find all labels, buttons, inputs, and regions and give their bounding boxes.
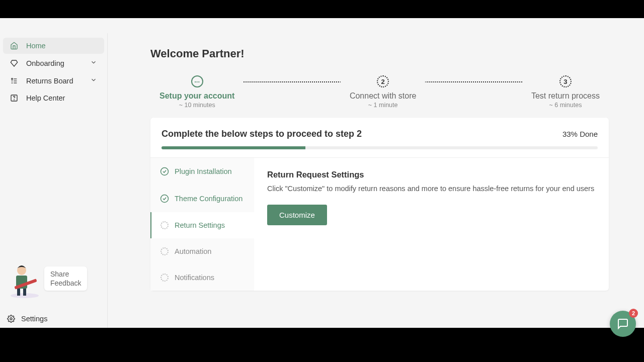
- substep-notifications[interactable]: Notifications: [150, 264, 254, 291]
- sidebar: Home Onboarding Returns Board Help Cente…: [0, 33, 108, 328]
- step-title: Setup your account: [159, 92, 234, 101]
- svg-rect-10: [23, 288, 26, 296]
- step-circle: 2: [377, 75, 389, 87]
- sidebar-item-onboarding[interactable]: Onboarding: [3, 55, 104, 71]
- svg-point-7: [14, 100, 15, 100]
- svg-point-14: [10, 318, 12, 320]
- diamond-icon: [10, 59, 20, 67]
- pending-circle-icon: [158, 247, 171, 255]
- person-illustration: [7, 258, 42, 299]
- substep-plugin-installation[interactable]: Plugin Installation: [150, 158, 254, 185]
- progress-bar: [162, 146, 598, 149]
- check-circle-icon: [158, 167, 171, 176]
- step-time: ~ 6 minutes: [549, 102, 582, 109]
- sidebar-item-label: Home: [26, 42, 46, 50]
- sidebar-item-home[interactable]: Home: [3, 38, 104, 54]
- step-title: Test return process: [531, 92, 600, 101]
- sidebar-item-label: Onboarding: [26, 59, 64, 67]
- substep-automation[interactable]: Automation: [150, 238, 254, 264]
- sidebar-item-settings[interactable]: Settings: [0, 310, 107, 328]
- customize-button[interactable]: Customize: [267, 205, 327, 225]
- sidebar-item-returns-board[interactable]: Returns Board: [3, 72, 104, 89]
- main-content: Welcome Partner! ··· Setup your account …: [108, 33, 644, 328]
- detail-title: Return Request Settings: [267, 170, 596, 179]
- pending-circle-icon: [158, 274, 171, 282]
- substep-label: Theme Configuration: [175, 195, 243, 203]
- chat-fab[interactable]: 2: [610, 311, 636, 337]
- svg-rect-9: [17, 288, 20, 296]
- svg-point-16: [161, 195, 169, 203]
- pending-circle-icon: [158, 221, 171, 229]
- check-circle-icon: [158, 194, 171, 203]
- step-test-return[interactable]: 3 Test return process ~ 6 minutes: [522, 75, 609, 109]
- list-icon: [10, 77, 20, 85]
- substep-label: Notifications: [175, 274, 214, 282]
- step-title: Connect with store: [350, 92, 417, 101]
- substep-detail: Return Request Settings Click "Customize…: [254, 158, 609, 291]
- step-circle: ···: [191, 75, 203, 87]
- chat-badge: 2: [629, 309, 638, 318]
- step-time: ~ 1 minute: [368, 102, 398, 109]
- step-time: ~ 10 minutes: [179, 102, 215, 109]
- chat-icon: [617, 318, 629, 330]
- substep-return-settings[interactable]: Return Settings: [150, 212, 254, 238]
- card-title: Complete the below steps to proceed to s…: [162, 129, 362, 139]
- step-circle: 3: [559, 75, 572, 87]
- sidebar-item-label: Returns Board: [26, 77, 73, 85]
- svg-point-15: [161, 168, 169, 175]
- settings-label: Settings: [21, 315, 47, 323]
- chevron-down-icon: [90, 76, 97, 85]
- substep-label: Return Settings: [175, 221, 225, 229]
- step-setup-account[interactable]: ··· Setup your account ~ 10 minutes: [150, 75, 244, 109]
- svg-point-0: [12, 78, 13, 79]
- substeps-list: Plugin Installation Theme Configuration …: [150, 158, 254, 291]
- feedback-bubble: Share Feedback: [44, 266, 87, 291]
- detail-text: Click "Customize" to modify return reaso…: [267, 184, 596, 195]
- page-title: Welcome Partner!: [150, 47, 609, 60]
- substep-theme-configuration[interactable]: Theme Configuration: [150, 185, 254, 212]
- gear-icon: [7, 315, 17, 323]
- progress-label: 33% Done: [562, 130, 598, 138]
- sidebar-item-help-center[interactable]: Help Center: [3, 90, 104, 106]
- sidebar-item-label: Help Center: [26, 94, 65, 102]
- substep-label: Automation: [175, 247, 211, 255]
- chevron-down-icon: [90, 59, 97, 67]
- share-feedback[interactable]: Share Feedback: [7, 258, 87, 299]
- home-icon: [10, 42, 20, 50]
- step-connect-store[interactable]: 2 Connect with store ~ 1 minute: [341, 75, 426, 109]
- help-icon: [10, 94, 20, 102]
- onboarding-card: Complete the below steps to proceed to s…: [150, 118, 609, 291]
- stepper: ··· Setup your account ~ 10 minutes 2 Co…: [150, 75, 609, 109]
- substep-label: Plugin Installation: [175, 167, 232, 175]
